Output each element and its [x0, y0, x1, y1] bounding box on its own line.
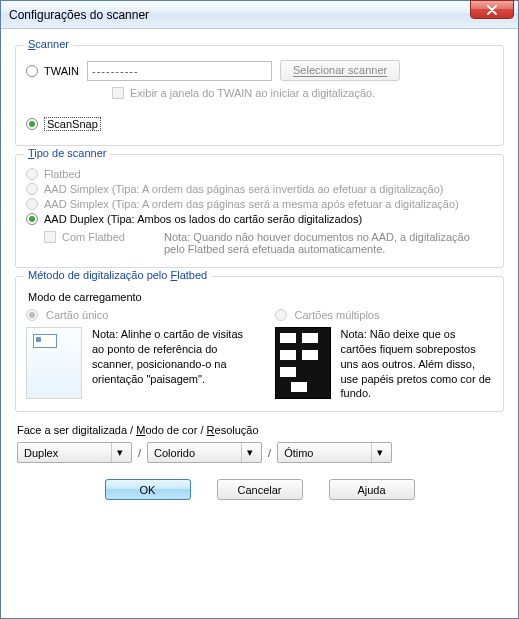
- cancel-button[interactable]: Cancelar: [217, 479, 303, 500]
- single-card-radio[interactable]: [26, 309, 38, 321]
- scanner-settings-window: Configurações do scanner Scanner TWAIN S…: [0, 0, 519, 619]
- multi-card-row: Cartões múltiplos: [275, 309, 494, 321]
- close-icon: [487, 5, 497, 15]
- scanner-group: Scanner TWAIN Selecionar scanner Exibir …: [15, 45, 504, 146]
- aad-simplex-same-row: AAD Simplex (Tipa: A ordem das páginas s…: [26, 198, 493, 210]
- window-title: Configurações do scanner: [9, 8, 149, 22]
- twain-device-input[interactable]: [87, 61, 272, 81]
- face-section: Face a ser digitalizada / Modo de cor / …: [15, 424, 504, 463]
- face-combo-value: Duplex: [24, 447, 58, 459]
- single-card-row: Cartão único: [26, 309, 245, 321]
- aad-duplex-radio[interactable]: [26, 213, 38, 225]
- color-combo[interactable]: Colorido ▾: [147, 442, 262, 463]
- single-card-col: Cartão único Nota: Alinhe o cartão de vi…: [26, 309, 245, 401]
- face-label: Face a ser digitalizada / Modo de cor / …: [17, 424, 502, 436]
- aad-simplex-rev-label: AAD Simplex (Tipa: A ordem das páginas s…: [44, 183, 443, 195]
- resolution-combo[interactable]: Ótimo ▾: [277, 442, 392, 463]
- scanner-type-legend: Tipo de scanner: [24, 147, 110, 159]
- with-flatbed-checkbox[interactable]: [44, 231, 56, 243]
- flatbed-note: Nota: Quando não houver documentos no AA…: [164, 231, 493, 255]
- titlebar: Configurações do scanner: [1, 1, 518, 29]
- show-twain-window-checkbox[interactable]: [112, 87, 124, 99]
- single-card-thumb: [26, 327, 82, 399]
- close-button[interactable]: [470, 0, 514, 19]
- flatbed-method-legend: Método de digitalização pelo Flatbed: [24, 269, 211, 281]
- single-card-body: Nota: Alinhe o cartão de visitas ao pont…: [26, 327, 245, 399]
- loading-mode-label: Modo de carregamento: [28, 291, 493, 303]
- multi-card-note: Nota: Não deixe que os cartões fiquem so…: [341, 327, 494, 401]
- twain-row: TWAIN Selecionar scanner: [26, 60, 493, 81]
- twain-label: TWAIN: [44, 65, 79, 77]
- aad-duplex-label: AAD Duplex (Tipa: Ambos os lados do cart…: [44, 213, 362, 225]
- content-area: Scanner TWAIN Selecionar scanner Exibir …: [1, 29, 518, 618]
- single-card-label: Cartão único: [46, 309, 108, 321]
- flatbed-radio[interactable]: [26, 168, 38, 180]
- face-combo[interactable]: Duplex ▾: [17, 442, 132, 463]
- flatbed-label: Flatbed: [44, 168, 81, 180]
- color-combo-value: Colorido: [154, 447, 195, 459]
- combo-row: Duplex ▾ / Colorido ▾ / Ótimo ▾: [17, 442, 502, 463]
- show-twain-window-row: Exibir a janela do TWAIN ao iniciar a di…: [112, 87, 493, 99]
- multi-card-body: Nota: Não deixe que os cartões fiquem so…: [275, 327, 494, 401]
- loading-mode-columns: Cartão único Nota: Alinhe o cartão de vi…: [26, 309, 493, 401]
- chevron-down-icon: ▾: [241, 443, 257, 462]
- help-button[interactable]: Ajuda: [329, 479, 415, 500]
- scansnap-row: ScanSnap: [26, 117, 493, 131]
- separator: /: [268, 447, 271, 459]
- single-card-note: Nota: Alinhe o cartão de visitas ao pont…: [92, 327, 245, 386]
- multi-card-label: Cartões múltiplos: [295, 309, 380, 321]
- scansnap-radio[interactable]: [26, 118, 38, 130]
- chevron-down-icon: ▾: [371, 443, 387, 462]
- separator: /: [138, 447, 141, 459]
- scansnap-label: ScanSnap: [44, 117, 101, 131]
- chevron-down-icon: ▾: [111, 443, 127, 462]
- show-twain-window-label: Exibir a janela do TWAIN ao iniciar a di…: [130, 87, 375, 99]
- flatbed-method-group: Método de digitalização pelo Flatbed Mod…: [15, 276, 504, 412]
- select-scanner-button[interactable]: Selecionar scanner: [280, 60, 400, 81]
- aad-simplex-rev-row: AAD Simplex (Tipa: A ordem das páginas s…: [26, 183, 493, 195]
- twain-radio[interactable]: [26, 65, 38, 77]
- aad-simplex-same-label: AAD Simplex (Tipa: A ordem das páginas s…: [44, 198, 459, 210]
- dialog-buttons: OK Cancelar Ajuda: [15, 479, 504, 500]
- ok-button[interactable]: OK: [105, 479, 191, 500]
- multi-card-thumb: [275, 327, 331, 399]
- aad-duplex-row: AAD Duplex (Tipa: Ambos os lados do cart…: [26, 213, 493, 225]
- scanner-type-group: Tipo de scanner Flatbed AAD Simplex (Tip…: [15, 154, 504, 268]
- resolution-combo-value: Ótimo: [284, 447, 313, 459]
- multi-card-col: Cartões múltiplos Nota: Não deixe que os…: [275, 309, 494, 401]
- scanner-legend: Scanner: [24, 38, 73, 50]
- aad-simplex-rev-radio[interactable]: [26, 183, 38, 195]
- flatbed-row: Flatbed: [26, 168, 493, 180]
- with-flatbed-label: Com Flatbed: [62, 231, 152, 243]
- aad-simplex-same-radio[interactable]: [26, 198, 38, 210]
- multi-card-radio[interactable]: [275, 309, 287, 321]
